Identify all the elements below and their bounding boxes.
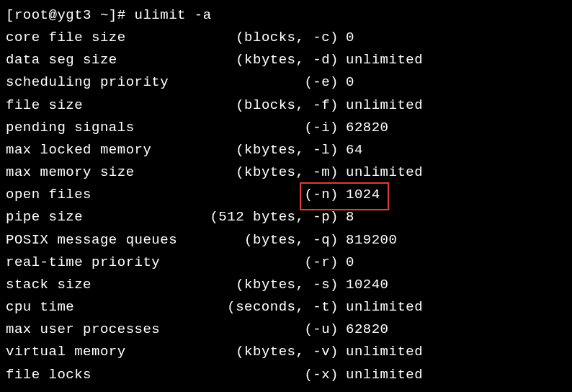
limit-unit: (bytes, -q) — [206, 229, 339, 251]
limit-unit: (blocks, -c) — [206, 27, 339, 49]
limit-unit: (-r) — [206, 251, 339, 274]
ulimit-row: scheduling priority(-e)0 — [6, 71, 566, 94]
limit-label: virtual memory — [6, 341, 206, 363]
limit-value: 1024 — [339, 184, 380, 206]
ulimit-rows: core file size(blocks, -c)0data seg size… — [6, 27, 566, 386]
ulimit-row: data seg size(kbytes, -d)unlimited — [6, 49, 566, 71]
entered-command: ulimit -a — [135, 7, 212, 23]
limit-label: data seg size — [6, 49, 206, 71]
limit-value: unlimited — [339, 94, 423, 117]
limit-unit: (kbytes, -s) — [206, 274, 339, 296]
ulimit-row: max locked memory(kbytes, -l)64 — [6, 139, 566, 161]
ulimit-row: open files(-n)1024 — [6, 184, 566, 206]
limit-label: max memory size — [6, 161, 206, 184]
ulimit-row: max memory size(kbytes, -m)unlimited — [6, 161, 566, 184]
limit-unit: (-e) — [206, 71, 339, 94]
ulimit-row: POSIX message queues(bytes, -q)819200 — [6, 229, 566, 251]
limit-label: cpu time — [6, 296, 206, 318]
prompt: [root@ygt3 ~]# — [6, 7, 126, 23]
limit-unit: (-i) — [206, 117, 339, 139]
limit-value: 10240 — [339, 274, 389, 296]
limit-value: 62820 — [339, 117, 389, 139]
limit-label: open files — [6, 184, 206, 206]
limit-unit: (kbytes, -v) — [206, 341, 339, 363]
ulimit-row: file size(blocks, -f)unlimited — [6, 94, 566, 117]
terminal-output: [root@ygt3 ~]# ulimit -a core file size(… — [6, 4, 566, 386]
limit-value: 64 — [339, 139, 363, 161]
limit-label: stack size — [6, 274, 206, 296]
limit-unit: (kbytes, -l) — [206, 139, 339, 161]
ulimit-row: pending signals(-i)62820 — [6, 117, 566, 139]
ulimit-row: virtual memory(kbytes, -v)unlimited — [6, 341, 566, 363]
ulimit-row: pipe size(512 bytes, -p)8 — [6, 206, 566, 228]
limit-label: scheduling priority — [6, 71, 206, 94]
limit-value: 0 — [339, 251, 354, 274]
limit-unit: (blocks, -f) — [206, 94, 339, 117]
ulimit-row: core file size(blocks, -c)0 — [6, 27, 566, 49]
limit-value: unlimited — [339, 49, 423, 71]
limit-label: file size — [6, 94, 206, 117]
limit-unit: (kbytes, -m) — [206, 161, 339, 184]
limit-unit: (seconds, -t) — [206, 296, 339, 318]
limit-value: unlimited — [339, 161, 423, 184]
limit-unit: (kbytes, -d) — [206, 49, 339, 71]
limit-label: file locks — [6, 364, 206, 386]
ulimit-row: max user processes(-u)62820 — [6, 318, 566, 341]
limit-label: max user processes — [6, 318, 206, 341]
limit-value: 819200 — [339, 229, 397, 251]
limit-value: unlimited — [339, 296, 423, 318]
limit-unit: (512 bytes, -p) — [206, 206, 339, 228]
limit-unit: (-x) — [206, 364, 339, 386]
limit-label: pipe size — [6, 206, 206, 228]
ulimit-row: cpu time(seconds, -t)unlimited — [6, 296, 566, 318]
prompt-line: [root@ygt3 ~]# ulimit -a — [6, 4, 566, 27]
limit-label: core file size — [6, 27, 206, 49]
limit-unit: (-u) — [206, 318, 339, 341]
ulimit-row: real-time priority(-r)0 — [6, 251, 566, 274]
limit-label: max locked memory — [6, 139, 206, 161]
ulimit-row: stack size(kbytes, -s)10240 — [6, 274, 566, 296]
limit-value: 8 — [339, 206, 354, 228]
limit-label: POSIX message queues — [6, 229, 206, 251]
limit-value: unlimited — [339, 364, 423, 386]
limit-label: real-time priority — [6, 251, 206, 274]
limit-label: pending signals — [6, 117, 206, 139]
limit-value: 0 — [339, 71, 354, 94]
limit-unit: (-n) — [206, 184, 339, 206]
limit-value: 62820 — [339, 318, 389, 341]
limit-value: unlimited — [339, 341, 423, 363]
ulimit-row: file locks(-x)unlimited — [6, 364, 566, 386]
limit-value: 0 — [339, 27, 354, 49]
